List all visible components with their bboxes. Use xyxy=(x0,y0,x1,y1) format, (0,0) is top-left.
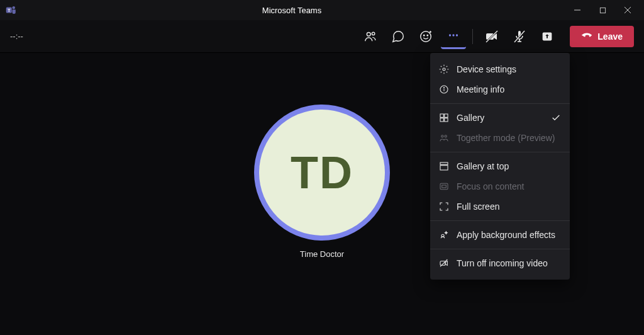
call-timer: --:-- xyxy=(10,31,48,41)
participant-avatar: TD xyxy=(254,105,390,241)
focus-icon xyxy=(439,181,449,191)
svg-point-21 xyxy=(443,68,445,71)
participant-name: Time Doctor xyxy=(300,249,344,259)
svg-point-9 xyxy=(449,34,451,36)
menu-device-settings[interactable]: Device settings xyxy=(430,59,570,79)
window-title: Microsoft Teams xyxy=(18,6,566,15)
call-toolbar: --:-- xyxy=(0,20,644,53)
svg-rect-26 xyxy=(445,114,448,117)
menu-focus-on-content: Focus on content xyxy=(430,176,570,196)
share-button[interactable] xyxy=(535,24,560,49)
together-mode-icon xyxy=(439,133,449,143)
svg-point-29 xyxy=(441,135,443,137)
camera-button[interactable] xyxy=(479,24,504,49)
maximize-button[interactable] xyxy=(596,4,609,16)
menu-together-mode: Together mode (Preview) xyxy=(430,128,570,148)
svg-point-4 xyxy=(367,32,371,36)
chat-button[interactable] xyxy=(386,24,411,49)
fullscreen-icon xyxy=(439,202,449,212)
info-icon xyxy=(439,84,449,94)
gallery-top-icon xyxy=(439,161,449,171)
sparkle-icon xyxy=(439,230,449,240)
svg-point-8 xyxy=(427,35,428,35)
close-button[interactable] xyxy=(621,4,634,16)
svg-point-10 xyxy=(453,34,455,36)
svg-rect-32 xyxy=(440,166,448,170)
more-actions-button[interactable] xyxy=(441,24,466,49)
more-actions-menu: Device settings Meeting info Gallery Tog… xyxy=(430,53,570,280)
svg-point-11 xyxy=(456,34,458,36)
menu-gallery[interactable]: Gallery xyxy=(430,108,570,128)
hangup-icon xyxy=(581,31,592,42)
minimize-button[interactable] xyxy=(571,4,584,16)
teams-app-icon: T xyxy=(5,4,18,16)
svg-rect-27 xyxy=(440,118,443,122)
window-controls xyxy=(566,4,639,16)
svg-rect-36 xyxy=(440,261,445,266)
svg-point-2 xyxy=(13,6,16,9)
menu-full-screen[interactable]: Full screen xyxy=(430,196,570,217)
svg-rect-28 xyxy=(445,118,448,122)
svg-point-6 xyxy=(421,31,431,42)
mic-button[interactable] xyxy=(507,24,532,49)
video-off-icon xyxy=(439,258,449,268)
svg-point-30 xyxy=(445,135,447,137)
svg-point-7 xyxy=(424,35,425,35)
menu-gallery-at-top[interactable]: Gallery at top xyxy=(430,156,570,176)
menu-apply-bg-effects[interactable]: Apply background effects xyxy=(430,225,570,245)
check-icon xyxy=(551,113,561,123)
svg-rect-34 xyxy=(442,185,447,188)
title-bar: T Microsoft Teams xyxy=(0,0,644,20)
menu-turn-off-incoming-video[interactable]: Turn off incoming video xyxy=(430,253,570,273)
svg-rect-31 xyxy=(440,162,448,164)
participants-button[interactable] xyxy=(358,24,383,49)
leave-button[interactable]: Leave xyxy=(570,26,634,47)
svg-rect-25 xyxy=(440,114,443,117)
gallery-icon xyxy=(439,113,449,123)
toolbar-divider xyxy=(472,29,473,44)
svg-point-5 xyxy=(372,32,375,35)
gear-icon xyxy=(439,64,449,74)
menu-meeting-info[interactable]: Meeting info xyxy=(430,79,570,99)
reactions-button[interactable] xyxy=(413,24,438,49)
leave-label: Leave xyxy=(597,31,623,42)
svg-rect-3 xyxy=(600,8,605,13)
avatar-initials: TD xyxy=(259,110,385,236)
svg-rect-33 xyxy=(440,183,448,189)
svg-point-24 xyxy=(443,88,444,88)
